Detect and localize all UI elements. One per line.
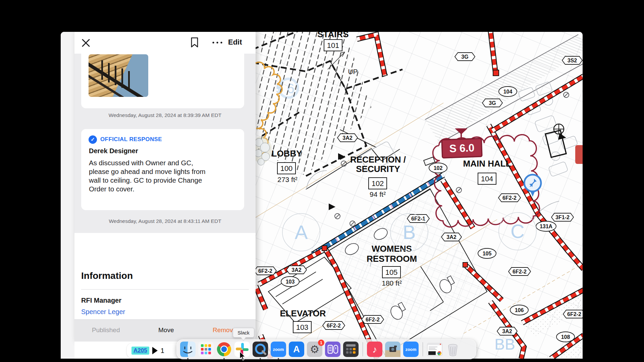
panel-header: Edit <box>74 32 256 54</box>
music-icon[interactable]: ♪ <box>367 342 382 357</box>
svg-text:B: B <box>403 221 416 243</box>
more-options-icon[interactable] <box>211 39 223 46</box>
svg-text:RESTROOM: RESTROOM <box>367 254 417 264</box>
edit-button[interactable]: Edit <box>228 38 252 47</box>
svg-text:6F2-2: 6F2-2 <box>502 195 517 201</box>
room-label: STAIRS <box>317 32 348 39</box>
panel-footer: Published Move Remove <box>74 319 256 342</box>
system-settings-icon[interactable]: ⚙ 1 <box>307 342 322 357</box>
quicktime-icon[interactable] <box>253 342 268 357</box>
screen: { "colors": { "accent_blue": "#1d6bf3", … <box>0 0 644 362</box>
photo-media-icon[interactable] <box>385 342 400 357</box>
up-label: UP <box>348 68 358 75</box>
notification-badge: 1 <box>318 340 324 346</box>
svg-text:103: 103 <box>296 323 309 331</box>
dock-divider <box>363 342 363 356</box>
launchpad-icon[interactable] <box>198 342 214 357</box>
rfi-manager-label: RFI Manager <box>81 297 121 304</box>
finder-icon[interactable] <box>180 342 196 357</box>
svg-text:MAIN HALL: MAIN HALL <box>463 159 511 169</box>
app-window: 5 6 <box>61 32 583 359</box>
svg-text:6F2-2: 6F2-2 <box>567 311 581 317</box>
svg-text:3F1-2: 3F1-2 <box>555 215 570 220</box>
svg-text:RECEPTION /: RECEPTION / <box>350 155 406 165</box>
photo-card <box>81 53 244 108</box>
status-label: Published <box>92 326 120 334</box>
svg-text:105: 105 <box>483 251 492 256</box>
app-store-icon[interactable]: A <box>289 342 304 357</box>
svg-text:106: 106 <box>515 307 524 313</box>
svg-text:103: 103 <box>286 279 295 285</box>
timestamp: Wednesday, August 28, 2024 at 8:43:11 AM… <box>74 218 256 224</box>
svg-text:3A2: 3A2 <box>502 328 512 334</box>
room-number-box: 101 <box>324 40 342 51</box>
response-author: Derek Designer <box>89 147 138 155</box>
svg-text:6F2-2: 6F2-2 <box>513 269 527 275</box>
trash-icon[interactable] <box>445 342 461 357</box>
svg-text:105: 105 <box>385 268 398 277</box>
chrome-icon[interactable] <box>216 342 232 357</box>
dock-tooltip: Slack <box>233 328 254 338</box>
svg-text:104: 104 <box>503 89 513 95</box>
zoom-icon[interactable]: zoom <box>403 342 419 357</box>
chrome-window-thumbnail[interactable] <box>427 342 442 357</box>
svg-text:6F2-2: 6F2-2 <box>258 268 272 274</box>
svg-text:6F2-2: 6F2-2 <box>327 323 341 328</box>
close-icon[interactable] <box>80 38 91 48</box>
svg-text:zoom: zoom <box>406 347 417 352</box>
svg-text:3A2: 3A2 <box>342 135 352 141</box>
svg-text:LOBBY: LOBBY <box>272 148 302 159</box>
svg-text:104: 104 <box>481 175 493 183</box>
response-body: As discussed with Owner and GC, <box>89 159 243 167</box>
timestamp: Wednesday, August 28, 2024 at 8:39:39 AM… <box>74 112 256 118</box>
play-arrow-icon <box>152 347 158 354</box>
rfi-detail-panel: Edit Wednesday, August 28, 2024 at 8:39:… <box>74 32 256 342</box>
official-response-card: ✓ OFFICIAL RESPONSE Derek Designer As di… <box>81 129 244 210</box>
svg-text:3S2: 3S2 <box>568 58 577 63</box>
bookmark-icon[interactable] <box>190 37 199 48</box>
svg-text:SECURITY: SECURITY <box>356 164 400 174</box>
svg-text:94 ft²: 94 ft² <box>370 190 386 198</box>
rfi-manager-link[interactable]: Spencer Leger <box>81 308 125 316</box>
revision-marker-label: S 6.0 <box>449 142 475 155</box>
calculator-icon[interactable] <box>343 342 359 357</box>
svg-text:A: A <box>293 344 300 354</box>
svg-text:⚙: ⚙ <box>310 343 320 355</box>
svg-text:3A2: 3A2 <box>291 267 301 273</box>
window-left-edge <box>61 32 74 359</box>
svg-text:zoom: zoom <box>273 347 284 352</box>
move-button[interactable]: Move <box>158 326 174 334</box>
svg-text:6F2-1: 6F2-1 <box>411 216 425 222</box>
svg-text:C: C <box>511 220 525 242</box>
cutoff-marker <box>575 145 583 164</box>
svg-text:3G: 3G <box>489 100 496 106</box>
response-body: wall to ceiling. GC to provide Change <box>89 176 243 185</box>
mouse-cursor <box>239 351 248 361</box>
svg-text:A: A <box>295 221 308 243</box>
svg-text:131A: 131A <box>540 224 553 229</box>
svg-text:101: 101 <box>327 41 339 50</box>
svg-text:6F2-2: 6F2-2 <box>366 317 380 322</box>
information-section: Information RFI Manager Spencer Leger <box>74 233 256 319</box>
svg-text:273 ft²: 273 ft² <box>277 176 298 183</box>
svg-text:102: 102 <box>434 165 443 171</box>
svg-text:100: 100 <box>280 164 293 173</box>
svg-text:3A2: 3A2 <box>446 234 456 240</box>
svg-text:102: 102 <box>372 179 384 188</box>
svg-text:3G: 3G <box>461 54 468 60</box>
divider <box>81 289 249 290</box>
zoom-icon[interactable]: zoom <box>271 342 286 357</box>
svg-text:WOMENS: WOMENS <box>372 244 412 254</box>
svg-text:ELEVATOR: ELEVATOR <box>280 308 326 318</box>
sheet-tag[interactable]: A205 <box>131 347 149 355</box>
check-circle-icon: ✓ <box>89 135 97 144</box>
information-title: Information <box>81 270 133 281</box>
field-app-icon[interactable] <box>325 342 340 357</box>
svg-text:BB: BB <box>494 336 515 353</box>
stairs-photo-thumbnail[interactable] <box>89 54 148 97</box>
svg-text:108: 108 <box>561 334 570 340</box>
dock-divider <box>423 342 423 356</box>
floor-plan[interactable]: 5 6 <box>256 32 583 359</box>
response-body: Order to cover. <box>89 185 243 193</box>
official-response-badge: OFFICIAL RESPONSE <box>100 136 162 143</box>
